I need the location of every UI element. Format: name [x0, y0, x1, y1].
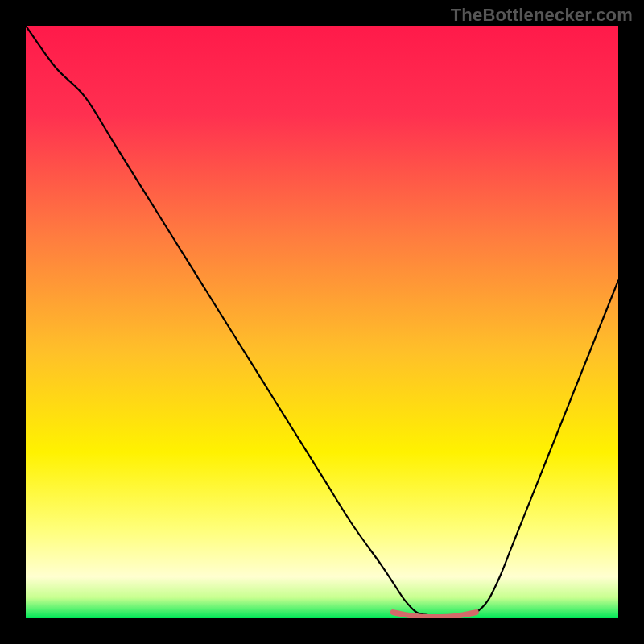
- chart-frame: TheBottlenecker.com: [0, 0, 644, 644]
- chart-svg: [26, 26, 618, 618]
- attribution-label: TheBottlenecker.com: [451, 5, 633, 26]
- chart-plot-area: [26, 26, 618, 618]
- gradient-background: [26, 26, 618, 618]
